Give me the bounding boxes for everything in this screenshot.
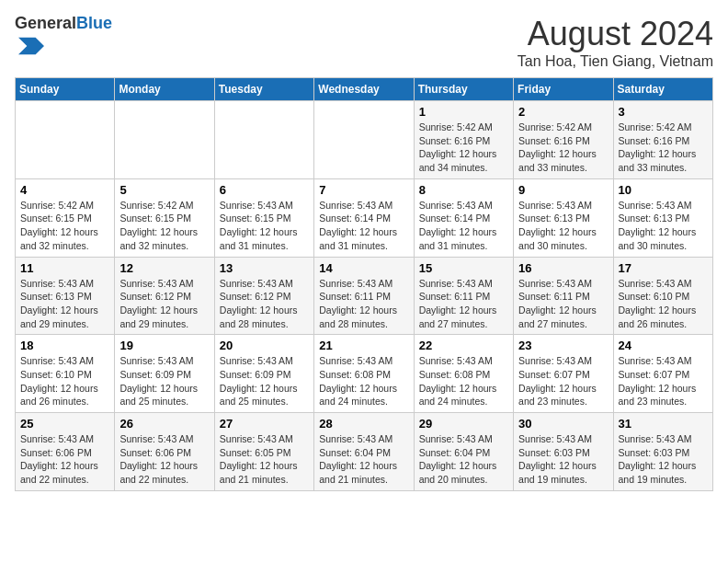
day-info: Sunrise: 5:43 AM Sunset: 6:14 PM Dayligh… [319, 199, 408, 253]
week-row-1: 1Sunrise: 5:42 AM Sunset: 6:16 PM Daylig… [16, 101, 713, 179]
day-info: Sunrise: 5:43 AM Sunset: 6:08 PM Dayligh… [419, 354, 508, 408]
day-number: 28 [319, 417, 408, 431]
day-number: 5 [119, 183, 209, 197]
calendar-body: 1Sunrise: 5:42 AM Sunset: 6:16 PM Daylig… [16, 101, 713, 491]
calendar-table: SundayMondayTuesdayWednesdayThursdayFrid… [15, 77, 713, 491]
calendar-cell: 7Sunrise: 5:43 AM Sunset: 6:14 PM Daylig… [314, 178, 414, 257]
day-info: Sunrise: 5:43 AM Sunset: 6:03 PM Dayligh… [518, 432, 608, 487]
day-info: Sunrise: 5:42 AM Sunset: 6:16 PM Dayligh… [619, 121, 708, 175]
day-info: Sunrise: 5:43 AM Sunset: 6:13 PM Dayligh… [518, 199, 608, 253]
day-info: Sunrise: 5:43 AM Sunset: 6:10 PM Dayligh… [20, 354, 109, 408]
day-number: 18 [20, 339, 109, 352]
weekday-header-monday: Monday [115, 78, 214, 101]
calendar-cell: 28Sunrise: 5:43 AM Sunset: 6:04 PM Dayli… [314, 413, 414, 491]
location-title: Tan Hoa, Tien Giang, Vietnam [518, 53, 713, 70]
calendar-cell: 20Sunrise: 5:43 AM Sunset: 6:09 PM Dayli… [214, 335, 313, 413]
day-info: Sunrise: 5:43 AM Sunset: 6:14 PM Dayligh… [419, 199, 508, 253]
week-row-5: 25Sunrise: 5:43 AM Sunset: 6:06 PM Dayli… [16, 413, 713, 491]
calendar-cell: 5Sunrise: 5:42 AM Sunset: 6:15 PM Daylig… [115, 178, 214, 257]
calendar-cell: 13Sunrise: 5:43 AM Sunset: 6:12 PM Dayli… [214, 257, 313, 335]
day-info: Sunrise: 5:43 AM Sunset: 6:04 PM Dayligh… [319, 432, 408, 487]
weekday-header-tuesday: Tuesday [214, 78, 313, 101]
day-number: 25 [20, 417, 109, 431]
day-number: 21 [319, 339, 408, 352]
calendar-cell: 25Sunrise: 5:43 AM Sunset: 6:06 PM Dayli… [16, 413, 115, 491]
weekday-header-saturday: Saturday [613, 78, 712, 101]
calendar-cell: 26Sunrise: 5:43 AM Sunset: 6:06 PM Dayli… [115, 413, 214, 491]
calendar-cell: 11Sunrise: 5:43 AM Sunset: 6:13 PM Dayli… [16, 257, 115, 335]
day-info: Sunrise: 5:42 AM Sunset: 6:16 PM Dayligh… [419, 121, 508, 175]
logo-blue-text: Blue [76, 14, 112, 32]
calendar-cell: 22Sunrise: 5:43 AM Sunset: 6:08 PM Dayli… [414, 335, 513, 413]
day-info: Sunrise: 5:43 AM Sunset: 6:11 PM Dayligh… [319, 277, 408, 331]
day-number: 12 [119, 261, 209, 275]
svg-marker-0 [18, 37, 44, 54]
calendar-cell [16, 101, 115, 179]
weekday-row: SundayMondayTuesdayWednesdayThursdayFrid… [16, 78, 713, 101]
calendar-cell [314, 101, 414, 179]
calendar-cell [115, 101, 214, 179]
calendar-cell: 23Sunrise: 5:43 AM Sunset: 6:07 PM Dayli… [514, 335, 613, 413]
weekday-header-sunday: Sunday [16, 78, 115, 101]
calendar-cell: 18Sunrise: 5:43 AM Sunset: 6:10 PM Dayli… [16, 335, 115, 413]
calendar-header: SundayMondayTuesdayWednesdayThursdayFrid… [16, 78, 713, 101]
day-number: 23 [518, 339, 608, 352]
logo-icon [18, 33, 44, 59]
calendar-cell: 12Sunrise: 5:43 AM Sunset: 6:12 PM Dayli… [115, 257, 214, 335]
calendar-cell: 1Sunrise: 5:42 AM Sunset: 6:16 PM Daylig… [414, 101, 513, 179]
calendar-cell: 10Sunrise: 5:43 AM Sunset: 6:13 PM Dayli… [613, 178, 712, 257]
day-number: 9 [518, 183, 608, 197]
calendar-cell: 27Sunrise: 5:43 AM Sunset: 6:05 PM Dayli… [214, 413, 313, 491]
day-info: Sunrise: 5:43 AM Sunset: 6:05 PM Dayligh… [220, 432, 309, 487]
day-info: Sunrise: 5:42 AM Sunset: 6:15 PM Dayligh… [20, 199, 109, 253]
day-number: 17 [619, 261, 708, 275]
calendar-cell: 30Sunrise: 5:43 AM Sunset: 6:03 PM Dayli… [514, 413, 613, 491]
calendar-cell: 19Sunrise: 5:43 AM Sunset: 6:09 PM Dayli… [115, 335, 214, 413]
logo: GeneralBlue [15, 15, 112, 63]
calendar-cell: 3Sunrise: 5:42 AM Sunset: 6:16 PM Daylig… [613, 101, 712, 179]
week-row-4: 18Sunrise: 5:43 AM Sunset: 6:10 PM Dayli… [16, 335, 713, 413]
day-number: 6 [220, 183, 309, 197]
page-header: GeneralBlue August 2024 Tan Hoa, Tien Gi… [15, 15, 713, 70]
calendar-cell: 8Sunrise: 5:43 AM Sunset: 6:14 PM Daylig… [414, 178, 513, 257]
day-info: Sunrise: 5:43 AM Sunset: 6:15 PM Dayligh… [220, 199, 309, 253]
day-info: Sunrise: 5:43 AM Sunset: 6:03 PM Dayligh… [619, 432, 708, 487]
day-info: Sunrise: 5:43 AM Sunset: 6:11 PM Dayligh… [518, 277, 608, 331]
weekday-header-wednesday: Wednesday [314, 78, 414, 101]
day-number: 3 [619, 105, 708, 119]
day-info: Sunrise: 5:42 AM Sunset: 6:15 PM Dayligh… [119, 199, 209, 253]
day-number: 1 [419, 105, 508, 119]
week-row-2: 4Sunrise: 5:42 AM Sunset: 6:15 PM Daylig… [16, 178, 713, 257]
day-number: 30 [518, 417, 608, 431]
day-info: Sunrise: 5:43 AM Sunset: 6:07 PM Dayligh… [619, 354, 708, 408]
title-area: August 2024 Tan Hoa, Tien Giang, Vietnam [518, 15, 713, 70]
day-info: Sunrise: 5:43 AM Sunset: 6:09 PM Dayligh… [220, 354, 309, 408]
day-number: 27 [220, 417, 309, 431]
day-number: 14 [319, 261, 408, 275]
weekday-header-friday: Friday [514, 78, 613, 101]
day-number: 16 [518, 261, 608, 275]
day-number: 24 [619, 339, 708, 352]
day-info: Sunrise: 5:43 AM Sunset: 6:09 PM Dayligh… [119, 354, 209, 408]
day-number: 2 [518, 105, 608, 119]
weekday-header-thursday: Thursday [414, 78, 513, 101]
day-number: 31 [619, 417, 708, 431]
day-info: Sunrise: 5:43 AM Sunset: 6:13 PM Dayligh… [619, 199, 708, 253]
logo-general-text: General [15, 14, 76, 32]
calendar-cell: 24Sunrise: 5:43 AM Sunset: 6:07 PM Dayli… [613, 335, 712, 413]
calendar-cell: 14Sunrise: 5:43 AM Sunset: 6:11 PM Dayli… [314, 257, 414, 335]
day-info: Sunrise: 5:43 AM Sunset: 6:08 PM Dayligh… [319, 354, 408, 408]
day-info: Sunrise: 5:43 AM Sunset: 6:13 PM Dayligh… [20, 277, 109, 331]
calendar-cell: 17Sunrise: 5:43 AM Sunset: 6:10 PM Dayli… [613, 257, 712, 335]
day-info: Sunrise: 5:43 AM Sunset: 6:10 PM Dayligh… [619, 277, 708, 331]
day-number: 22 [419, 339, 508, 352]
calendar-cell: 9Sunrise: 5:43 AM Sunset: 6:13 PM Daylig… [514, 178, 613, 257]
day-number: 11 [20, 261, 109, 275]
calendar-cell: 4Sunrise: 5:42 AM Sunset: 6:15 PM Daylig… [16, 178, 115, 257]
day-number: 4 [20, 183, 109, 197]
day-info: Sunrise: 5:43 AM Sunset: 6:07 PM Dayligh… [518, 354, 608, 408]
day-number: 29 [419, 417, 508, 431]
day-number: 7 [319, 183, 408, 197]
day-info: Sunrise: 5:43 AM Sunset: 6:06 PM Dayligh… [20, 432, 109, 487]
calendar-cell: 31Sunrise: 5:43 AM Sunset: 6:03 PM Dayli… [613, 413, 712, 491]
